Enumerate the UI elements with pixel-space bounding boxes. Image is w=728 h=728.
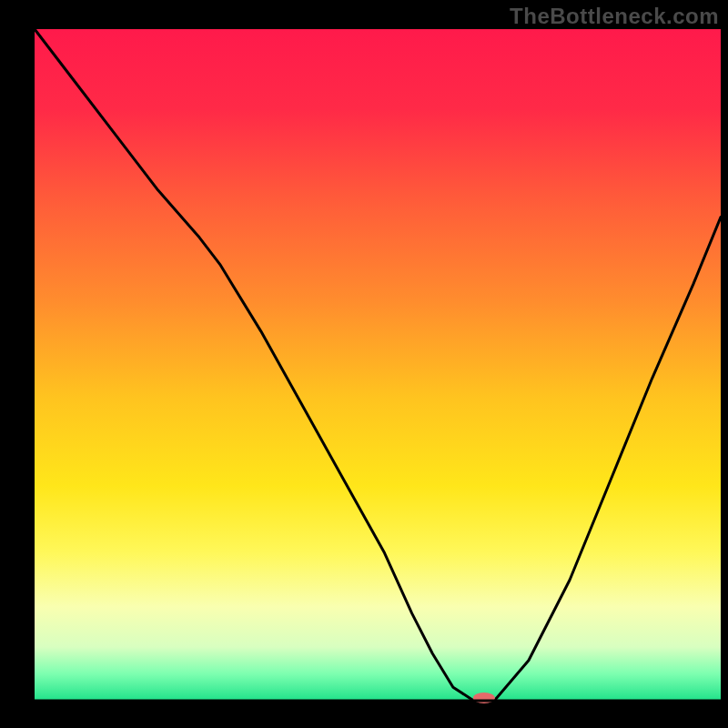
bottleneck-chart: TheBottleneck.com (0, 0, 728, 728)
plot-background (35, 29, 721, 701)
chart-svg (0, 0, 728, 728)
watermark-text: TheBottleneck.com (510, 4, 719, 29)
